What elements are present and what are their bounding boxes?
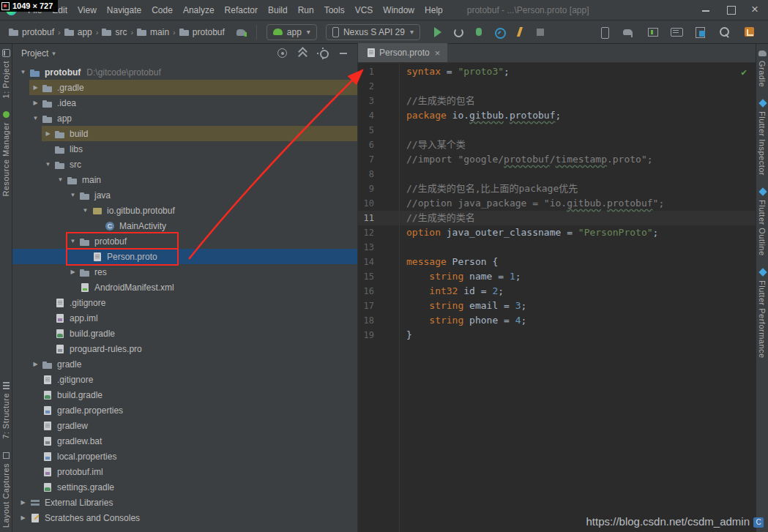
inspection-status-icon[interactable]: ✔ — [741, 65, 747, 80]
tool-tab-7-structure[interactable]: 7: Structure — [1, 381, 11, 439]
line-number[interactable]: 8 — [358, 167, 374, 181]
debug-icon[interactable] — [470, 24, 488, 40]
line-number[interactable]: 18 — [358, 313, 374, 328]
tree-item-gradle[interactable]: ▶.gradle — [12, 80, 357, 95]
tree-item-gradle-properties[interactable]: gradle.properties — [12, 402, 357, 418]
menu-build[interactable]: Build — [263, 0, 293, 20]
line-number[interactable]: 13 — [358, 240, 374, 255]
search-icon[interactable] — [716, 24, 734, 40]
code-line-3[interactable]: 3//生成类的包名 — [358, 94, 756, 108]
line-number[interactable]: 1 — [358, 64, 374, 79]
line-number[interactable]: 15 — [358, 269, 374, 284]
tree-item-settings-gradle[interactable]: settings.gradle — [12, 479, 357, 495]
code-line-17[interactable]: 17 string email = 3; — [358, 299, 756, 313]
run-icon[interactable] — [429, 24, 447, 40]
tree-item-io-gitbub-protobuf[interactable]: ▼io.gitbub.protobuf — [12, 203, 357, 218]
menu-code[interactable]: Code — [146, 0, 178, 20]
run-config-dropdown[interactable]: app ▾ — [266, 24, 317, 40]
code-line-1[interactable]: 1syntax = "proto3"; — [358, 64, 756, 79]
locate-icon[interactable] — [274, 45, 291, 61]
tree-item-main[interactable]: ▼main — [12, 172, 357, 187]
apply-changes-icon[interactable] — [511, 24, 529, 40]
expanded-arrow-icon[interactable]: ▼ — [79, 207, 92, 214]
tree-item-libs[interactable]: libs — [12, 141, 357, 157]
breadcrumb-src[interactable]: src — [102, 27, 127, 37]
tree-item-local-properties[interactable]: local.properties — [12, 449, 357, 464]
line-number[interactable]: 19 — [358, 328, 374, 342]
expanded-arrow-icon[interactable]: ▼ — [67, 238, 79, 244]
collapsed-arrow-icon[interactable]: ▶ — [29, 84, 42, 91]
tool-tab-flutter-outline[interactable]: Flutter Outline — [758, 187, 767, 256]
layout-inspector-icon[interactable] — [692, 24, 709, 40]
tree-item-java[interactable]: ▼java — [12, 187, 357, 203]
expanded-arrow-icon[interactable]: ▼ — [42, 161, 54, 168]
logcat-icon[interactable] — [668, 24, 685, 40]
avd-manager-icon[interactable] — [595, 24, 613, 40]
breadcrumb-protobuf[interactable]: protobuf — [179, 27, 225, 37]
tree-item-protobuf[interactable]: ▼protobuf — [12, 233, 357, 249]
tree-item-protobuf-iml[interactable]: protobuf.iml — [12, 464, 357, 479]
line-number[interactable]: 5 — [358, 123, 374, 138]
line-number[interactable]: 12 — [358, 225, 374, 240]
collapsed-arrow-icon[interactable]: ▶ — [29, 361, 42, 367]
collapsed-arrow-icon[interactable]: ▶ — [67, 269, 79, 275]
minimize-icon[interactable] — [693, 0, 718, 20]
tree-item-external-libraries[interactable]: ▶External Libraries — [12, 495, 357, 510]
tab-close-icon[interactable]: × — [435, 48, 441, 59]
menu-window[interactable]: Window — [378, 0, 420, 20]
code-line-2[interactable]: 2 — [358, 79, 756, 94]
line-number[interactable]: 14 — [358, 255, 374, 269]
code-line-18[interactable]: 18 string phone = 4; — [358, 313, 756, 328]
tool-tab-resource-manager[interactable]: Resource Manager — [1, 110, 11, 197]
gear-icon[interactable] — [315, 45, 332, 61]
tree-item-protobuf[interactable]: ▼protobufD:\gitcode\protobuf — [12, 64, 357, 80]
menu-view[interactable]: View — [72, 0, 102, 20]
tool-tab-layout-captures[interactable]: Layout Captures — [1, 451, 11, 528]
code-line-4[interactable]: 4package io.gitbub.protobuf; — [358, 108, 756, 123]
code-line-10[interactable]: 10//option java_package = "io.gitbub.pro… — [358, 196, 756, 211]
tree-item-gitignore[interactable]: .gitignore — [12, 295, 357, 310]
hide-icon[interactable] — [335, 45, 353, 61]
tree-item-proguard-rules-pro[interactable]: proguard-rules.pro — [12, 341, 357, 356]
code-line-12[interactable]: 12option java_outer_classname = "PersonP… — [358, 225, 756, 240]
line-number[interactable]: 3 — [358, 94, 374, 108]
tree-item-res[interactable]: ▶res — [12, 264, 357, 280]
expanded-arrow-icon[interactable]: ▼ — [67, 192, 79, 198]
line-number[interactable]: 2 — [358, 79, 374, 94]
code-line-13[interactable]: 13 — [358, 240, 756, 255]
menu-analyze[interactable]: Analyze — [178, 0, 220, 20]
breadcrumb-app[interactable]: app — [64, 27, 92, 37]
code-line-8[interactable]: 8 — [358, 167, 756, 181]
profile-icon[interactable] — [491, 24, 508, 40]
collapsed-arrow-icon[interactable]: ▶ — [17, 499, 29, 506]
tree-item-gradlew-bat[interactable]: gradlew.bat — [12, 433, 357, 449]
tree-item-app[interactable]: ▼app — [12, 110, 357, 126]
code-line-9[interactable]: 9//生成类的包名,比上面的package优先 — [358, 181, 756, 196]
tree-item-gradle[interactable]: ▶gradle — [12, 356, 357, 372]
line-number[interactable]: 9 — [358, 181, 374, 196]
tree-item-gradlew[interactable]: gradlew — [12, 418, 357, 433]
sdk-manager-icon[interactable] — [644, 24, 661, 40]
tool-tab-flutter-performance[interactable]: Flutter Performance — [758, 268, 767, 359]
code-line-11[interactable]: 11//生成类的类名 — [358, 211, 756, 225]
tab-person-proto[interactable]: Person.proto × — [358, 43, 447, 62]
tree-item-app-iml[interactable]: app.iml — [12, 310, 357, 326]
line-number[interactable]: 17 — [358, 299, 374, 313]
code-line-5[interactable]: 5 — [358, 123, 756, 138]
tree-item-build-gradle[interactable]: build.gradle — [12, 387, 357, 402]
line-number[interactable]: 6 — [358, 138, 374, 152]
menu-navigate[interactable]: Navigate — [102, 0, 146, 20]
tool-tab-1-project[interactable]: 1: Project — [1, 48, 11, 98]
tree-item-build-gradle[interactable]: build.gradle — [12, 326, 357, 341]
tree-item-src[interactable]: ▼src — [12, 157, 357, 172]
collapsed-arrow-icon[interactable]: ▶ — [29, 100, 42, 106]
project-panel-title[interactable]: Project — [21, 48, 48, 59]
code-line-16[interactable]: 16 int32 id = 2; — [358, 284, 756, 299]
menu-run[interactable]: Run — [293, 0, 319, 20]
code-area[interactable]: ✔ 1syntax = "proto3";23//生成类的包名4package … — [358, 63, 756, 532]
code-line-6[interactable]: 6//导入某个类 — [358, 138, 756, 152]
menu-vcs[interactable]: VCS — [350, 0, 379, 20]
code-line-14[interactable]: 14message Person { — [358, 255, 756, 269]
tree-item-person-proto[interactable]: Person.proto — [12, 249, 357, 264]
breadcrumb-protobuf[interactable]: protobuf — [9, 27, 54, 37]
